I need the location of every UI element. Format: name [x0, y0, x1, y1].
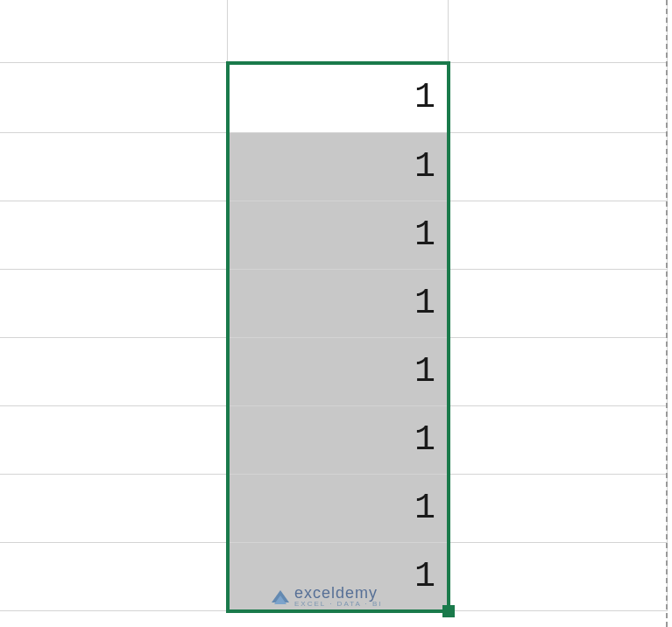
cell[interactable] [7, 63, 228, 133]
cell[interactable] [449, 0, 668, 63]
cell-value[interactable]: 1 [228, 406, 449, 475]
cell[interactable] [449, 475, 668, 543]
cell[interactable] [449, 201, 668, 270]
cell[interactable] [449, 406, 668, 475]
cell[interactable] [7, 133, 228, 201]
fill-handle[interactable] [442, 605, 455, 617]
cell[interactable] [7, 475, 228, 543]
cell[interactable] [449, 63, 668, 133]
cell-value[interactable]: 1 [228, 543, 449, 611]
cell[interactable] [7, 543, 228, 611]
cell-value[interactable]: 1 [228, 338, 449, 406]
cell-value[interactable]: 1 [228, 63, 449, 133]
cell-value[interactable]: 1 [228, 133, 449, 201]
cell[interactable] [7, 338, 228, 406]
spreadsheet-grid[interactable]: 11111111 exceldemy EXCEL · DATA · BI [0, 0, 672, 627]
cell[interactable] [7, 270, 228, 338]
cell[interactable] [449, 133, 668, 201]
cell[interactable] [449, 270, 668, 338]
cell-value[interactable]: 1 [228, 475, 449, 543]
cell[interactable] [228, 0, 449, 63]
cell[interactable] [7, 406, 228, 475]
cell[interactable] [7, 201, 228, 270]
cell-value[interactable]: 1 [228, 201, 449, 270]
cell[interactable] [7, 0, 228, 63]
cell[interactable] [449, 338, 668, 406]
cell-value[interactable]: 1 [228, 270, 449, 338]
cell[interactable] [449, 543, 668, 611]
